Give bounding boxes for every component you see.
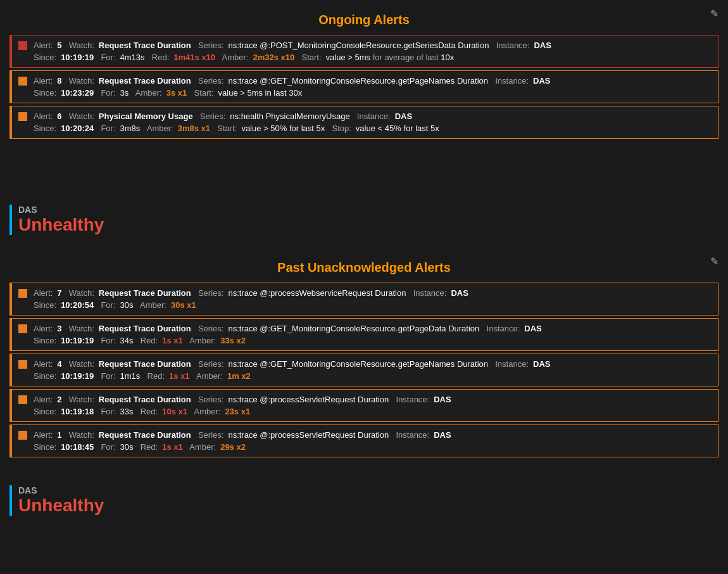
alert-number: 3: [57, 324, 61, 333]
watch-value: Request Trace Duration: [99, 395, 191, 404]
since-label: Since:: [34, 407, 56, 416]
for-value: 33s: [120, 407, 134, 416]
alert-row-top: Alert: 1 Watch: Request Trace Duration S…: [18, 430, 712, 440]
red-label: Red:: [136, 336, 158, 345]
alert-card-5: Alert: 5 Watch: Request Trace Duration S…: [9, 35, 719, 68]
since-value: 10:20:54: [61, 300, 94, 310]
watch-value: Request Trace Duration: [99, 359, 191, 369]
watch-label: Watch:: [65, 288, 94, 298]
status-section-bottom: DAS Unhealthy: [0, 473, 728, 528]
series-label: Series:: [194, 359, 224, 369]
start-value: value > 5ms in last 30x: [218, 88, 303, 98]
alert-checkbox-1[interactable]: [18, 431, 27, 440]
red-value: 10s x1: [162, 407, 187, 416]
instance-label: Instance:: [391, 430, 429, 440]
start-label: Start:: [189, 88, 213, 98]
alert-card-4: Alert: 4 Watch: Request Trace Duration S…: [9, 354, 719, 386]
start-value: value > 50% for last 5x: [241, 124, 325, 133]
alert-card-2: Alert: 2 Watch: Request Trace Duration S…: [9, 389, 719, 422]
amber-value: 1m x2: [227, 371, 251, 381]
series-label: Series:: [194, 430, 224, 440]
alert-label: Alert:: [34, 76, 53, 86]
series-value: ns:trace @:GET_MonitoringConsoleResource…: [228, 359, 488, 369]
alert-row-top: Alert: 4 Watch: Request Trace Duration S…: [18, 359, 712, 369]
amber-label: Amber:: [218, 53, 248, 62]
status-instance-bottom: DAS Unhealthy: [9, 485, 719, 516]
for-value: 3s: [120, 88, 129, 98]
alert-label: Alert:: [34, 359, 53, 369]
alert-row-bottom: Since: 10:20:54 For: 30s Amber: 30s x1: [18, 300, 712, 310]
alert-row-bottom: Since: 10:19:19 For: 4m13s Red: 1m41s x1…: [18, 53, 712, 62]
instance-value: DAS: [434, 430, 451, 440]
amber-label: Amber:: [142, 124, 173, 133]
since-label: Since:: [34, 53, 56, 62]
alert-label: Alert:: [34, 112, 53, 121]
alert-label: Alert:: [34, 324, 53, 333]
watch-label: Watch:: [65, 112, 94, 121]
watch-value: Request Trace Duration: [99, 76, 191, 86]
alert-row-bottom: Since: 10:18:45 For: 30s Red: 1s x1 Ambe…: [18, 442, 712, 452]
watch-label: Watch:: [65, 324, 94, 333]
alert-card-7: Alert: 7 Watch: Request Trace Duration S…: [9, 283, 719, 316]
red-label: Red:: [142, 371, 165, 381]
series-value: ns:trace @:processServletRequest Duratio…: [228, 395, 389, 404]
series-label: Series:: [194, 288, 224, 298]
instance-label: Instance:: [391, 395, 429, 404]
alert-checkbox-3[interactable]: [18, 324, 27, 333]
alert-card-3: Alert: 3 Watch: Request Trace Duration S…: [9, 318, 719, 351]
watch-label: Watch:: [65, 395, 94, 404]
instance-value: DAS: [434, 395, 451, 404]
watch-value: Physical Memory Usage: [99, 112, 193, 121]
since-label: Since:: [34, 300, 56, 310]
for-label: For:: [96, 336, 115, 345]
instance-label: Instance:: [491, 76, 529, 86]
red-value: 1m41s x10: [173, 53, 215, 62]
alert-row-bottom: Since: 10:19:19 For: 34s Red: 1s x1 Ambe…: [18, 336, 712, 345]
series-value: ns:trace @:processServletRequest Duratio…: [228, 430, 389, 440]
alert-checkbox-5[interactable]: [18, 41, 27, 50]
start-label: Start:: [213, 124, 237, 133]
instance-value: DAS: [395, 112, 412, 121]
alert-number: 1: [57, 430, 61, 440]
alert-checkbox-6[interactable]: [18, 112, 27, 121]
status-label-top: Unhealthy: [18, 215, 719, 235]
instance-label: Instance:: [491, 41, 529, 50]
series-value: ns:trace @:GET_MonitoringConsoleResource…: [228, 324, 479, 333]
instance-label: Instance:: [408, 288, 446, 298]
alert-row-top: Alert: 3 Watch: Request Trace Duration S…: [18, 324, 712, 333]
alert-label: Alert:: [34, 288, 53, 298]
for-value: 1m1s: [120, 371, 141, 381]
for-value: 30s: [120, 442, 134, 452]
ongoing-alerts-section: Ongoing Alerts ✎ Alert: 5 Watch: Request…: [0, 0, 728, 154]
amber-label: Amber:: [131, 88, 161, 98]
alert-checkbox-8[interactable]: [18, 77, 27, 86]
amber-value: 3s x1: [166, 88, 187, 98]
alert-label: Alert:: [34, 395, 53, 404]
ongoing-alerts-edit-icon[interactable]: ✎: [710, 8, 719, 20]
since-value: 10:19:19: [61, 371, 94, 381]
watch-value: Request Trace Duration: [99, 324, 191, 333]
amber-value: 29s x2: [220, 442, 246, 452]
alert-checkbox-2[interactable]: [18, 395, 27, 404]
alert-checkbox-4[interactable]: [18, 360, 27, 369]
past-alerts-edit-icon[interactable]: ✎: [710, 255, 719, 267]
alert-row-bottom: Since: 10:20:24 For: 3m8s Amber: 3m8s x1…: [18, 124, 712, 133]
start-value: value > 5ms for average of last 10x: [326, 53, 455, 62]
series-label: Series:: [194, 41, 224, 50]
since-label: Since:: [34, 336, 56, 345]
watch-label: Watch:: [65, 359, 94, 369]
for-label: For:: [96, 300, 115, 310]
series-label: Series:: [194, 76, 224, 86]
alert-card-8: Alert: 8 Watch: Request Trace Duration S…: [9, 70, 719, 103]
alert-checkbox-7[interactable]: [18, 289, 27, 298]
red-label: Red:: [136, 442, 158, 452]
watch-label: Watch:: [65, 41, 94, 50]
since-label: Since:: [34, 124, 56, 133]
ongoing-alerts-title: Ongoing Alerts: [9, 6, 719, 35]
for-value: 30s: [120, 300, 134, 310]
for-label: For:: [96, 124, 115, 133]
since-value: 10:18:45: [61, 442, 94, 452]
since-label: Since:: [34, 371, 56, 381]
alert-number: 8: [57, 76, 61, 86]
watch-value: Request Trace Duration: [99, 430, 191, 440]
